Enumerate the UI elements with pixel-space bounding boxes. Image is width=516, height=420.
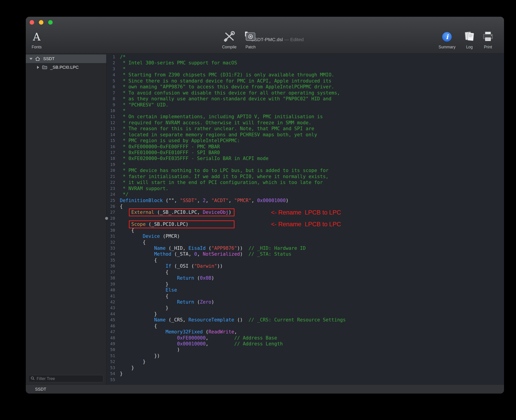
code-line-50[interactable]: 50 ) bbox=[107, 347, 504, 353]
code-line-1[interactable]: 1/* bbox=[107, 54, 504, 60]
code-line-45[interactable]: 45 Name (_CRS, ResourceTemplate () // _C… bbox=[107, 317, 504, 323]
code-line-29[interactable]: 29 Scope (_SB.PCI0.LPC)<- Rename LPCB to… bbox=[107, 221, 504, 227]
code-line-5[interactable]: 5 * Since there is no standard device fo… bbox=[107, 78, 504, 84]
print-button[interactable]: Print bbox=[482, 29, 494, 50]
code-line-25[interactable]: 25DefinitionBlock ("", "SSDT", 2, "ACDT"… bbox=[107, 198, 504, 203]
code-line-9[interactable]: 9 * "PCHRESV" UID. bbox=[107, 102, 504, 108]
code-text: * bbox=[117, 162, 504, 167]
window-header: SSDT-PMC.dsl — Edited A Fonts bbox=[26, 17, 504, 53]
code-line-48[interactable]: 48 0xFE000000, // Address Base bbox=[107, 335, 504, 341]
code-text: { bbox=[117, 323, 504, 329]
code-line-55[interactable]: 55 bbox=[107, 377, 504, 383]
code-line-19[interactable]: 19 * bbox=[107, 162, 504, 167]
code-line-17[interactable]: 17 * 0xFE010000~0xFE010FFF - SPI BAR0 bbox=[107, 150, 504, 156]
code-line-44[interactable]: 44 } bbox=[107, 311, 504, 317]
code-line-36[interactable]: 36 If (_OSI ("Darwin")) bbox=[107, 263, 504, 269]
code-line-40[interactable]: 40 Else bbox=[107, 287, 504, 293]
line-number: 8 bbox=[107, 96, 117, 102]
line-number: 16 bbox=[107, 144, 117, 150]
code-line-37[interactable]: 37 { bbox=[107, 269, 504, 275]
code-line-15[interactable]: 15 * PMC region is used by AppleIntelPCH… bbox=[107, 138, 504, 143]
code-line-38[interactable]: 38 Return (0x0B) bbox=[107, 275, 504, 281]
code-line-7[interactable]: 7 * To avoid confusion we disable this d… bbox=[107, 90, 504, 96]
code-line-23[interactable]: 23 * NVRAM support. bbox=[107, 186, 504, 191]
code-text bbox=[117, 215, 504, 221]
code-editor[interactable]: 1/*2 * Intel 300-series PMC support for … bbox=[107, 54, 504, 384]
code-line-53[interactable]: 53 } bbox=[107, 365, 504, 371]
code-line-6[interactable]: 6 * own naming "APP9876" to access this … bbox=[107, 84, 504, 90]
code-text: * located in separate memory regions and… bbox=[117, 132, 504, 138]
log-label: Log bbox=[464, 45, 475, 50]
app-window: SSDT-PMC.dsl — Edited A Fonts bbox=[26, 17, 504, 394]
compile-button[interactable]: Compile bbox=[222, 29, 236, 50]
disclosure-triangle-expanded-icon[interactable] bbox=[29, 58, 33, 60]
code-line-26[interactable]: 26{ bbox=[107, 203, 504, 209]
code-line-35[interactable]: 35 { bbox=[107, 257, 504, 263]
line-number: 28 bbox=[107, 215, 117, 221]
line-number: 42 bbox=[107, 299, 117, 305]
code-text: } bbox=[117, 305, 504, 311]
code-line-12[interactable]: 12 * required for NVRAM access. Otherwis… bbox=[107, 120, 504, 126]
code-line-3[interactable]: 3 * bbox=[107, 66, 504, 72]
code-line-20[interactable]: 20 * PMC device has nothing to do to LPC… bbox=[107, 167, 504, 173]
code-text: { bbox=[117, 257, 504, 263]
code-line-49[interactable]: 49 0x00010000, // Address Length bbox=[107, 341, 504, 347]
code-line-21[interactable]: 21 * faster initialisation. If we add it… bbox=[107, 174, 504, 180]
window-title: SSDT-PMC.dsl — Edited bbox=[26, 21, 504, 49]
code-area: 1/*2 * Intel 300-series PMC support for … bbox=[107, 54, 504, 383]
code-line-24[interactable]: 24 */ bbox=[107, 191, 504, 197]
code-line-13[interactable]: 13 * The reason for this is rather uncle… bbox=[107, 126, 504, 132]
fonts-button[interactable]: A Fonts bbox=[32, 29, 42, 50]
code-line-39[interactable]: 39 } bbox=[107, 281, 504, 287]
summary-info-icon: i bbox=[442, 32, 452, 42]
code-line-16[interactable]: 16 * 0xFE000000~0xFE00FFFF - PMC MBAR bbox=[107, 144, 504, 150]
code-line-51[interactable]: 51 }) bbox=[107, 353, 504, 359]
code-line-14[interactable]: 14 * located in separate memory regions … bbox=[107, 132, 504, 138]
code-text: DefinitionBlock ("", "SSDT", 2, "ACDT", … bbox=[117, 198, 504, 203]
code-line-11[interactable]: 11 * On certain implementations, includi… bbox=[107, 114, 504, 120]
line-number: 26 bbox=[107, 203, 117, 209]
sidebar-item-ssdt[interactable]: SSDT bbox=[26, 54, 106, 63]
code-line-2[interactable]: 2 * Intel 300-series PMC support for mac… bbox=[107, 60, 504, 66]
line-number: 43 bbox=[107, 305, 117, 311]
code-text: * 0xFE000000~0xFE00FFFF - PMC MBAR bbox=[117, 144, 504, 150]
patch-button[interactable]: Patch bbox=[245, 29, 256, 50]
code-line-33[interactable]: 33 Name (_HID, EisaId ("APP9876")) // _H… bbox=[107, 245, 504, 251]
code-line-52[interactable]: 52 } bbox=[107, 359, 504, 365]
code-line-18[interactable]: 18 * 0xFE020000~0xFE035FFF - SerialIo BA… bbox=[107, 156, 504, 161]
code-text: ) bbox=[117, 347, 504, 353]
filter-tree-input[interactable] bbox=[37, 376, 101, 381]
code-line-27[interactable]: 27 External (_SB_.PCI0.LPC, DeviceObj)<-… bbox=[107, 209, 504, 215]
summary-button[interactable]: i Summary bbox=[439, 29, 456, 50]
code-line-47[interactable]: 47 Memory32Fixed (ReadWrite, bbox=[107, 329, 504, 335]
code-line-42[interactable]: 42 Return (Zero) bbox=[107, 299, 504, 305]
line-number: 49 bbox=[107, 341, 117, 347]
code-text: }) bbox=[117, 353, 504, 359]
sidebar-item-ssdt-label: SSDT bbox=[43, 56, 55, 61]
code-line-43[interactable]: 43 } bbox=[107, 305, 504, 311]
code-line-46[interactable]: 46 { bbox=[107, 323, 504, 329]
log-button[interactable]: Log bbox=[464, 29, 475, 50]
code-line-41[interactable]: 41 { bbox=[107, 293, 504, 299]
code-line-34[interactable]: 34 Method (_STA, 0, NotSerialized) // _S… bbox=[107, 251, 504, 257]
code-line-10[interactable]: 10 * bbox=[107, 108, 504, 114]
code-line-4[interactable]: 4 * Starting from Z390 chipsets PMC (D31… bbox=[107, 72, 504, 78]
line-number: 7 bbox=[107, 90, 117, 96]
code-text: { bbox=[117, 293, 504, 299]
code-text: * 0xFE010000~0xFE010FFF - SPI BAR0 bbox=[117, 150, 504, 156]
code-line-54[interactable]: 54} bbox=[107, 371, 504, 377]
code-line-32[interactable]: 32 { bbox=[107, 239, 504, 245]
code-line-30[interactable]: 30 { bbox=[107, 227, 504, 233]
code-line-8[interactable]: 8 * as they normally use another non-sta… bbox=[107, 96, 504, 102]
line-number: 52 bbox=[107, 359, 117, 365]
code-text bbox=[117, 377, 504, 383]
code-line-31[interactable]: 31 Device (PMCR) bbox=[107, 233, 504, 239]
fonts-icon: A bbox=[33, 32, 40, 42]
code-line-22[interactable]: 22 * it will start in the end of PCI con… bbox=[107, 180, 504, 185]
sidebar-item-sb-pci0-lpc[interactable]: _SB.PCI0.LPC bbox=[26, 63, 106, 72]
code-line-28[interactable]: 28 bbox=[107, 215, 504, 221]
line-number: 46 bbox=[107, 323, 117, 329]
code-text: * it will start in the end of PCI config… bbox=[117, 180, 504, 185]
line-number: 33 bbox=[107, 245, 117, 251]
disclosure-triangle-collapsed-icon[interactable] bbox=[36, 66, 40, 69]
